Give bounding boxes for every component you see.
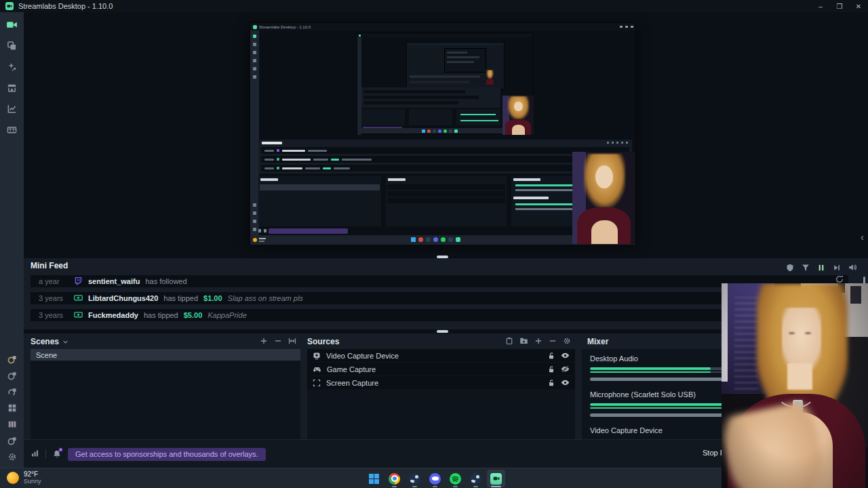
- discord-icon: [429, 473, 441, 485]
- separator: [45, 449, 46, 459]
- close-button[interactable]: ✕: [849, 0, 868, 12]
- taskbar-start-button[interactable]: [365, 470, 383, 487]
- source-item[interactable]: Screen Capture: [307, 376, 575, 389]
- eye-visible-icon[interactable]: [561, 378, 570, 387]
- streamlabs-logo-icon: [5, 2, 14, 10]
- event-user: Fuckmedaddy: [88, 311, 138, 319]
- preview-promo-pill: [269, 228, 348, 234]
- bar-chart-icon[interactable]: [31, 448, 39, 460]
- scenes-panel: Scenes Scene: [31, 333, 300, 439]
- layout-grid-icon[interactable]: [5, 401, 20, 415]
- skip-to-end-icon[interactable]: [833, 262, 841, 274]
- add-scene-button[interactable]: [260, 336, 268, 348]
- lock-icon[interactable]: [547, 352, 555, 360]
- windows-logo-icon: [369, 474, 379, 484]
- stats-chart-icon[interactable]: [5, 101, 20, 116]
- event-time: 3 years: [39, 311, 68, 319]
- source-properties-gear-icon[interactable]: [563, 336, 571, 348]
- taskbar-chrome[interactable]: [385, 470, 403, 487]
- screen-capture-preview-window[interactable]: Streamlabs Desktop - 1.10.0: [250, 22, 636, 244]
- sources-list: Video Capture Device Game Capture Screen…: [307, 349, 575, 439]
- eye-visible-icon[interactable]: [561, 351, 570, 360]
- widgets-sparkle-icon[interactable]: [5, 59, 20, 74]
- event-message: KappaPride: [208, 311, 247, 319]
- highlighter-film-icon[interactable]: [5, 122, 20, 137]
- preview-nested-window-3: [406, 42, 505, 89]
- taskbar-discord[interactable]: [426, 470, 444, 487]
- title-bar: Streamlabs Desktop - 1.10.0 – ❐ ✕: [0, 0, 868, 12]
- source-name: Video Capture Device: [326, 352, 399, 360]
- event-action: has tipped: [163, 294, 198, 302]
- app-circle-3-icon[interactable]: [5, 385, 20, 399]
- promo-banner[interactable]: Get access to sponsorships and thousands…: [68, 448, 266, 461]
- event-action: has followed: [145, 277, 186, 285]
- paste-icon[interactable]: [505, 336, 513, 348]
- add-source-button[interactable]: [534, 336, 542, 348]
- twitch-icon: [74, 277, 83, 287]
- notification-dot: [59, 448, 62, 451]
- volume-icon[interactable]: [848, 262, 857, 274]
- tip-money-icon: [74, 293, 83, 304]
- themes-layers-icon[interactable]: [5, 38, 20, 53]
- webcam-icon: [313, 352, 321, 360]
- streamlabs-desktop-window: Streamlabs Desktop - 1.10.0 – ❐ ✕: [0, 0, 868, 488]
- store-icon[interactable]: [5, 80, 20, 95]
- lock-icon[interactable]: [547, 379, 555, 387]
- filter-icon[interactable]: [802, 262, 810, 274]
- screen-capture-icon: [313, 379, 321, 387]
- event-time: a year: [39, 277, 68, 285]
- editor-camera-icon[interactable]: [5, 17, 20, 32]
- preview-webcam-3: [486, 70, 494, 85]
- event-user: LibtardChungus420: [88, 294, 158, 302]
- taskbar-streamlabs-active[interactable]: [487, 470, 505, 487]
- sources-panel: Sources Video Capture Device: [307, 333, 575, 439]
- preview-webcam-2: [502, 96, 534, 135]
- preview-window-controls: [620, 26, 633, 28]
- settings-gear-icon[interactable]: [5, 450, 20, 464]
- editor-preview-canvas[interactable]: Streamlabs Desktop - 1.10.0: [24, 12, 868, 255]
- pause-icon[interactable]: [817, 262, 825, 274]
- event-action: has tipped: [144, 311, 178, 319]
- preview-title-bar: Streamlabs Desktop - 1.10.0: [250, 23, 635, 30]
- lock-icon[interactable]: [547, 365, 555, 373]
- app-circle-1-icon[interactable]: [5, 352, 20, 366]
- vignette: [722, 283, 868, 488]
- remove-scene-button[interactable]: [274, 336, 282, 348]
- scene-item-selected[interactable]: Scene: [31, 349, 300, 361]
- webcam-video-feed: [722, 283, 868, 488]
- mini-feed-title: Mini Feed: [31, 261, 68, 270]
- weather-condition: Sunny: [24, 478, 41, 485]
- app-circle-2-icon[interactable]: [5, 369, 20, 382]
- notifications-bell-icon[interactable]: [52, 449, 62, 459]
- mixer-title: Mixer: [587, 337, 608, 346]
- layout-columns-icon[interactable]: [5, 418, 20, 431]
- weather-widget[interactable]: 92°F Sunny: [7, 470, 41, 485]
- chevron-down-icon[interactable]: [62, 336, 68, 348]
- minimize-button[interactable]: –: [811, 0, 830, 12]
- tip-money-icon: [74, 310, 83, 321]
- sun-icon: [7, 472, 19, 484]
- expand-panel-button[interactable]: [288, 336, 296, 348]
- taskbar-spotify[interactable]: [446, 470, 465, 487]
- taskbar-steam-2[interactable]: [467, 470, 485, 487]
- event-amount: $1.00: [203, 294, 222, 302]
- preview-logo-icon: [253, 25, 257, 29]
- add-folder-icon[interactable]: [519, 336, 528, 348]
- chrome-icon: [389, 473, 400, 485]
- eye-hidden-icon[interactable]: [561, 365, 570, 373]
- scenes-title: Scenes: [31, 337, 59, 346]
- collapse-panel-chevron-icon[interactable]: ‹: [861, 232, 864, 242]
- app-circle-4-icon[interactable]: [5, 434, 20, 447]
- preview-statusbar-icons: [258, 229, 267, 232]
- maximize-button[interactable]: ❐: [830, 0, 849, 12]
- remove-source-button[interactable]: [549, 336, 557, 348]
- taskbar-steam[interactable]: [406, 470, 424, 487]
- steam-icon: [470, 473, 481, 485]
- gamepad-icon: [313, 365, 321, 373]
- source-item[interactable]: Game Capture: [307, 363, 575, 375]
- divider-grip[interactable]: [437, 330, 448, 333]
- event-time: 3 years: [39, 294, 68, 302]
- scenes-list: Scene: [31, 349, 300, 439]
- shield-icon[interactable]: [786, 262, 794, 274]
- source-item[interactable]: Video Capture Device: [307, 349, 575, 362]
